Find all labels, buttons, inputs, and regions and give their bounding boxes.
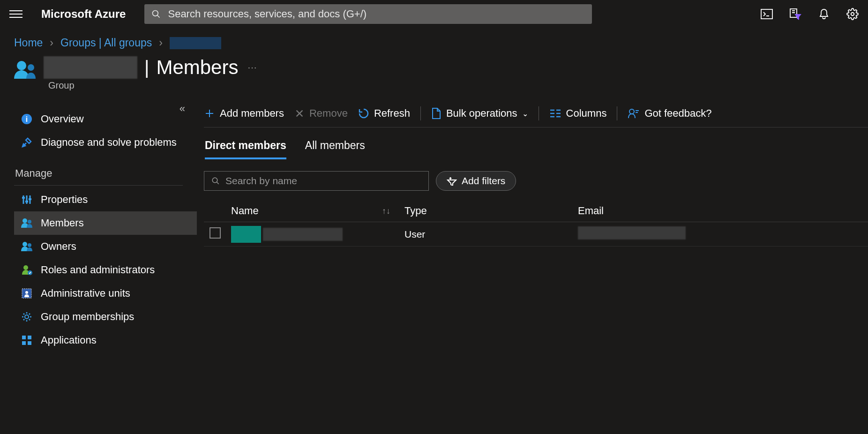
info-icon: i xyxy=(21,113,32,125)
brand-label: Microsoft Azure xyxy=(41,7,126,21)
tab-all-members[interactable]: All members xyxy=(305,139,365,159)
svg-point-19 xyxy=(25,291,28,294)
button-label: Bulk operations xyxy=(446,107,517,120)
svg-point-13 xyxy=(28,220,31,224)
chevron-right-icon: › xyxy=(50,37,53,49)
sidebar-item-label: Administrative units xyxy=(41,287,130,299)
page-subtitle: Group xyxy=(48,80,257,91)
sidebar-item-properties[interactable]: Properties xyxy=(14,188,197,211)
more-actions-icon[interactable]: ⋯ xyxy=(247,62,257,73)
columns-button[interactable]: Columns xyxy=(549,107,607,120)
sidebar-item-admin-units[interactable]: Administrative units xyxy=(14,282,197,305)
button-label: Add members xyxy=(220,107,284,120)
search-icon xyxy=(151,9,161,19)
svg-rect-11 xyxy=(29,198,31,200)
settings-icon[interactable] xyxy=(846,8,859,20)
svg-point-16 xyxy=(23,265,28,270)
cloud-shell-icon[interactable] xyxy=(761,8,773,20)
svg-text:i: i xyxy=(26,115,28,123)
search-by-name[interactable] xyxy=(204,171,429,191)
refresh-icon xyxy=(358,108,369,119)
svg-point-25 xyxy=(629,109,634,114)
page-header: | Members ⋯ Group xyxy=(0,54,868,98)
sidebar-item-members[interactable]: Members xyxy=(14,211,197,235)
filter-directory-icon[interactable] xyxy=(789,8,801,20)
content-pane: Add members Remove Refresh Bulk operatio… xyxy=(197,98,868,434)
sidebar-item-group-memberships[interactable]: Group memberships xyxy=(14,305,197,329)
member-name-redacted xyxy=(263,228,343,241)
crumb-current-redacted xyxy=(170,37,221,49)
menu-icon[interactable] xyxy=(9,7,22,21)
members-table: Name ↑↓ Type Email User xyxy=(204,200,868,247)
toolbar-separator xyxy=(420,106,421,120)
row-checkbox[interactable] xyxy=(210,227,221,239)
members-icon xyxy=(21,217,32,229)
svg-point-15 xyxy=(28,243,31,247)
svg-point-20 xyxy=(25,315,29,319)
notifications-icon[interactable] xyxy=(818,8,830,20)
member-type: User xyxy=(404,229,425,239)
remove-button: Remove xyxy=(294,107,348,120)
top-bar: Microsoft Azure xyxy=(0,0,868,28)
svg-rect-3 xyxy=(790,9,797,17)
col-email[interactable]: Email xyxy=(578,205,868,217)
sidebar-item-applications[interactable]: Applications xyxy=(14,329,197,352)
sidebar-item-label: Properties xyxy=(41,194,88,206)
bulk-operations-button[interactable]: Bulk operations ⌄ xyxy=(431,107,528,120)
global-search[interactable] xyxy=(144,4,592,24)
feedback-button[interactable]: Got feedback? xyxy=(628,107,711,120)
sidebar-item-label: Applications xyxy=(41,334,97,346)
toolbar-separator xyxy=(539,106,539,120)
owners-icon xyxy=(21,241,32,252)
search-icon xyxy=(211,177,220,185)
search-name-input[interactable] xyxy=(225,175,421,187)
member-tabs: Direct members All members xyxy=(204,127,868,159)
crumb-groups[interactable]: Groups | All groups xyxy=(60,37,152,49)
table-row[interactable]: User xyxy=(204,222,868,247)
svg-point-26 xyxy=(212,178,217,183)
button-label: Refresh xyxy=(374,107,410,120)
crumb-home[interactable]: Home xyxy=(14,37,43,49)
col-label: Email xyxy=(578,205,604,217)
svg-rect-10 xyxy=(25,201,28,202)
tab-direct-members[interactable]: Direct members xyxy=(205,139,286,159)
admin-units-icon xyxy=(21,288,32,299)
svg-line-27 xyxy=(217,182,219,184)
svg-rect-9 xyxy=(22,197,25,199)
command-bar: Add members Remove Refresh Bulk operatio… xyxy=(204,103,868,127)
button-label: Remove xyxy=(309,107,348,120)
roles-icon xyxy=(21,264,32,276)
chevron-right-icon: › xyxy=(159,37,163,49)
sidebar: « i Overview Diagnose and solve problems… xyxy=(0,98,197,434)
close-icon xyxy=(294,108,305,119)
sliders-icon xyxy=(21,194,32,205)
refresh-button[interactable]: Refresh xyxy=(358,107,410,120)
svg-rect-22 xyxy=(28,336,31,339)
svg-point-4 xyxy=(851,13,854,16)
svg-rect-2 xyxy=(761,9,772,19)
member-email-redacted xyxy=(578,226,686,239)
top-icon-bar xyxy=(761,8,859,20)
col-name[interactable]: Name ↑↓ xyxy=(231,205,404,217)
sidebar-item-overview[interactable]: i Overview xyxy=(14,107,197,131)
breadcrumb: Home › Groups | All groups › xyxy=(0,28,868,54)
col-type[interactable]: Type xyxy=(404,205,578,217)
sidebar-item-label: Roles and administrators xyxy=(41,264,155,276)
add-members-button[interactable]: Add members xyxy=(204,107,284,120)
collapse-sidebar-icon[interactable]: « xyxy=(180,103,185,115)
sidebar-item-label: Overview xyxy=(41,113,84,125)
page-title: Members xyxy=(156,56,238,79)
feedback-icon xyxy=(628,108,640,119)
add-filters-button[interactable]: Add filters xyxy=(436,171,516,191)
sidebar-item-roles[interactable]: Roles and administrators xyxy=(14,258,197,282)
svg-rect-24 xyxy=(28,341,31,345)
svg-rect-23 xyxy=(22,341,26,345)
global-search-input[interactable] xyxy=(168,8,585,20)
title-separator: | xyxy=(144,57,149,78)
svg-line-1 xyxy=(157,15,160,18)
svg-point-6 xyxy=(28,64,34,71)
sort-icon[interactable]: ↑↓ xyxy=(382,206,390,216)
sidebar-item-owners[interactable]: Owners xyxy=(14,235,197,258)
sidebar-item-label: Owners xyxy=(41,240,76,253)
sidebar-item-diagnose[interactable]: Diagnose and solve problems xyxy=(14,131,197,154)
